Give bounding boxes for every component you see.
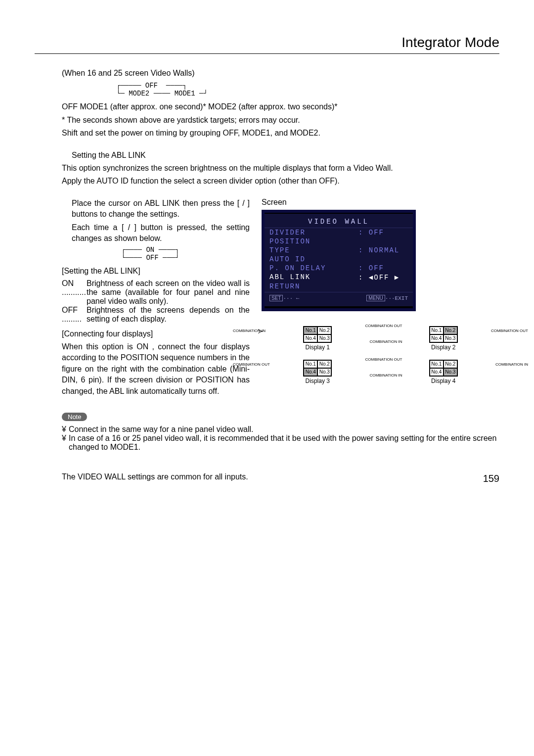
abl-step1: Place the cursor on ABL LINK then press … <box>72 198 250 220</box>
osd-row-divider: DIVIDER: OFF <box>265 228 413 237</box>
cell: No.2 <box>317 360 331 368</box>
note-text: In case of a 16 or 25 panel video wall, … <box>69 434 499 452</box>
cycle-off2: OFF <box>146 254 158 262</box>
asterisk-line: * The seconds shown above are yardstick … <box>62 115 499 126</box>
osd-row-pondelay: P. ON DELAY: OFF <box>265 264 413 273</box>
shift-line: Shift and set the power on timing by gro… <box>62 128 499 139</box>
cell: No.3 <box>444 334 457 342</box>
osd-set-text: ··· ← <box>283 295 299 301</box>
common-line: The VIDEO WALL settings are common for a… <box>62 472 499 482</box>
display-label: Display 1 <box>306 344 330 351</box>
comb-in-lbl: COMBINATION IN <box>495 363 528 367</box>
connection-diagram: COMBINATION IN ≻ No.1 No.2 No.4 No.3 COM… <box>262 326 499 384</box>
cell: No.4 <box>430 334 444 342</box>
bullet-icon: ¥ <box>62 434 69 452</box>
title-rule <box>35 53 499 54</box>
abl-step2: Each time a [ / ] button is pressed, the… <box>72 222 250 244</box>
display-3: COMBINATION OUT No.1 No.2 No.4 No.3 COMB… <box>262 360 374 384</box>
display-4: No.1 No.2 No.4 No.3 COMBINATION IN Displ… <box>388 360 500 384</box>
cell: No.3 <box>317 334 331 342</box>
right-column: Screen VIDEO WALL DIVIDER: OFF POSITION … <box>262 198 499 399</box>
display-label: Display 4 <box>431 378 455 384</box>
osd-row-type: TYPE: NORMAL <box>265 246 413 255</box>
cell: No.1 <box>430 360 444 368</box>
note-2: ¥ In case of a 16 or 25 panel video wall… <box>62 434 499 452</box>
cycle-mode2: MODE2 <box>129 90 149 97</box>
display-1: COMBINATION IN ≻ No.1 No.2 No.4 No.3 COM… <box>262 326 374 351</box>
osd-menu-text: ···EXIT <box>385 295 408 301</box>
cell: No.2 <box>444 327 457 334</box>
content: (When 16 and 25 screen Video Walls) ┌───… <box>62 68 499 482</box>
off-label: OFF ......... <box>62 306 82 323</box>
cell: No.1 <box>430 327 444 334</box>
cell: No.1 <box>304 327 317 334</box>
connect-text: When this option is ON , connect the fou… <box>62 341 250 397</box>
bullet-icon: ¥ <box>62 425 69 434</box>
sequence-line: OFF MODE1 (after approx. one second)* MO… <box>62 101 499 112</box>
osd-set-tag: SET <box>269 295 283 301</box>
osd-screen: VIDEO WALL DIVIDER: OFF POSITION TYPE: N… <box>262 210 416 311</box>
cycle-mode1: MODE1 <box>175 90 195 97</box>
on-label: ON ........... <box>62 279 86 296</box>
osd-bottom: SET··· ← MENU···EXIT <box>265 293 413 303</box>
page-number: 159 <box>483 473 499 484</box>
display-2: No.1 No.2 No.4 No.3 COMBINATION OUT Disp… <box>388 326 500 351</box>
page-title: Integrator Mode <box>35 35 499 50</box>
when-line: (When 16 and 25 screen Video Walls) <box>62 68 499 79</box>
on-text: Brightness of each screen on the video w… <box>87 279 250 305</box>
cycle-on: ON <box>146 246 154 254</box>
osd-title: VIDEO WALL <box>265 216 413 228</box>
osd-row-position: POSITION <box>265 237 413 246</box>
note-text: Connect in the same way for a nine panel… <box>69 425 254 434</box>
cell: No.4 <box>304 334 317 342</box>
on-row: ON ........... Brightness of each screen… <box>62 279 250 306</box>
cell: No.3 <box>444 368 457 376</box>
cell: No.4 <box>430 368 444 376</box>
cell: No.2 <box>317 327 331 334</box>
display-label: Display 3 <box>306 378 330 384</box>
osd-row-autoid: AUTO ID <box>265 255 413 264</box>
osd-row-abllink: ABL LINK: ◀OFF ▶ <box>265 273 413 282</box>
abl-heading: Setting the ABL LINK <box>72 150 499 161</box>
onoff-cycle: ┌──── ON ────┐ └──── OFF ───┘ <box>121 246 250 262</box>
mode-cycle: ┌───── OFF ────┐ └─ MODE2 ──── MODE1 ─┘ <box>116 82 499 97</box>
cell: No.2 <box>444 360 457 368</box>
cycle-off: OFF <box>145 82 158 90</box>
off-text: Brightness of the screens depends on the… <box>87 306 250 323</box>
comb-out-lbl: COMBINATION OUT <box>491 329 528 333</box>
abl-desc1: This option synchronizes the screen brig… <box>62 163 499 174</box>
cell: No.1 <box>304 360 317 368</box>
left-column: Place the cursor on ABL LINK then press … <box>62 198 250 399</box>
osd-row-return: RETURN <box>265 282 413 291</box>
display-label: Display 2 <box>431 344 455 351</box>
cell: No.3 <box>317 368 331 376</box>
connect-heading: [Connecting four displays] <box>62 329 250 339</box>
comb-out-lbl: COMBINATION OUT <box>233 363 270 367</box>
off-row: OFF ......... Brightness of the screens … <box>62 306 250 324</box>
osd-menu-tag: MENU <box>366 295 385 301</box>
note-1: ¥ Connect in the same way for a nine pan… <box>62 425 499 434</box>
cell: No.4 <box>304 368 317 376</box>
screen-label: Screen <box>262 198 499 207</box>
abl-desc2: Apply the AUTO ID function the select a … <box>62 176 499 187</box>
note-badge: Note <box>62 413 87 421</box>
setting-heading: [Setting the ABL LINK] <box>62 266 250 277</box>
